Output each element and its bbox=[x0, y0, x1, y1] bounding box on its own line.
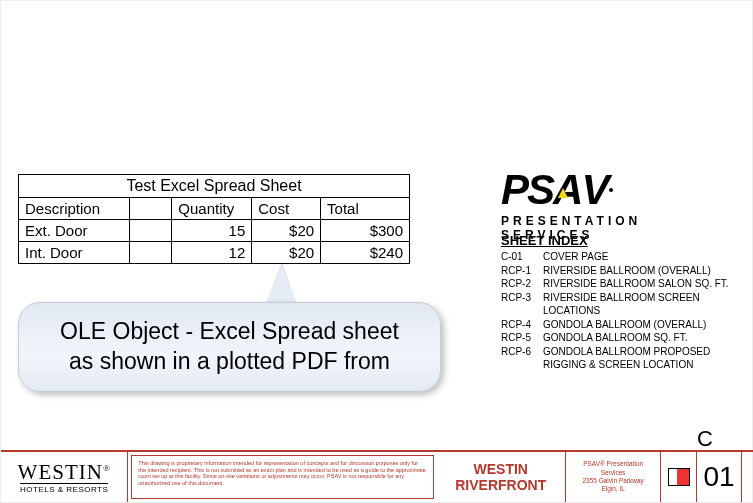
list-item: RCP-1RIVERSIDE BALLROOM (OVERALL) bbox=[501, 264, 741, 278]
col-description: Description bbox=[19, 198, 130, 220]
cell-total: $300 bbox=[321, 220, 410, 242]
cell-total: $240 bbox=[321, 242, 410, 264]
list-item: RCP-3RIVERSIDE BALLROOM SCREEN LOCATIONS bbox=[501, 291, 741, 318]
sheet-number: 01 bbox=[697, 452, 742, 502]
list-item: RCP-6GONDOLA BALLROOM PROPOSED RIGGING &… bbox=[501, 345, 741, 372]
excel-title: Test Excel Spread Sheet bbox=[19, 175, 410, 198]
list-item: RCP-4GONDOLA BALLROOM (OVERALL) bbox=[501, 318, 741, 332]
callout-body: OLE Object - Excel Spread sheet as shown… bbox=[18, 302, 441, 392]
cell-cost: $20 bbox=[252, 220, 321, 242]
list-item: RCP-2RIVERSIDE BALLROOM SALON SQ. FT. bbox=[501, 277, 741, 291]
col-spacer bbox=[130, 198, 172, 220]
drawing-page: Test Excel Spread Sheet Description Quan… bbox=[0, 0, 753, 503]
psav-wordmark: PSAV bbox=[501, 166, 686, 214]
cell-qty: 12 bbox=[172, 242, 252, 264]
title-block: WESTIN® HOTELS & RESORTS This drawing is… bbox=[1, 450, 753, 502]
callout-line1: OLE Object - Excel Spread sheet bbox=[60, 317, 399, 347]
callout-line2: as shown in a plotted PDF from bbox=[69, 347, 390, 377]
list-item: RCP-5GONDOLA BALLROOM SQ. FT. bbox=[501, 331, 741, 345]
westin-logo: WESTIN® HOTELS & RESORTS bbox=[1, 452, 128, 502]
psav-address: PSAV® Presentation Services 2355 Galvin … bbox=[566, 452, 661, 502]
sheet-index: SHEET INDEX C-01COVER PAGE RCP-1RIVERSID… bbox=[501, 233, 741, 372]
project-name: WESTIN RIVERFRONT bbox=[437, 452, 566, 502]
list-item: C-01COVER PAGE bbox=[501, 250, 741, 264]
disclaimer-text: This drawing is proprietary information … bbox=[131, 455, 433, 499]
cell-desc: Ext. Door bbox=[19, 220, 130, 242]
sheet-index-title: SHEET INDEX bbox=[501, 233, 741, 248]
psav-dot-icon bbox=[609, 188, 613, 192]
titleblock-stub bbox=[742, 452, 753, 502]
psav-small-icon bbox=[661, 452, 697, 502]
cell-qty: 15 bbox=[172, 220, 252, 242]
table-row: Int. Door 12 $20 $240 bbox=[19, 242, 410, 264]
psav-logo: PSAV PRESENTATION SERVICES bbox=[501, 166, 686, 242]
cell-spacer bbox=[130, 242, 172, 264]
cell-cost: $20 bbox=[252, 242, 321, 264]
col-quantity: Quantity bbox=[172, 198, 252, 220]
col-cost: Cost bbox=[252, 198, 321, 220]
psav-yellow-triangle-icon bbox=[558, 188, 568, 198]
revision-letter: C bbox=[697, 426, 742, 452]
callout-balloon: OLE Object - Excel Spread sheet as shown… bbox=[18, 279, 441, 387]
table-row: Ext. Door 15 $20 $300 bbox=[19, 220, 410, 242]
cell-spacer bbox=[130, 220, 172, 242]
cell-desc: Int. Door bbox=[19, 242, 130, 264]
excel-spreadsheet-ole: Test Excel Spread Sheet Description Quan… bbox=[18, 174, 410, 264]
col-total: Total bbox=[321, 198, 410, 220]
